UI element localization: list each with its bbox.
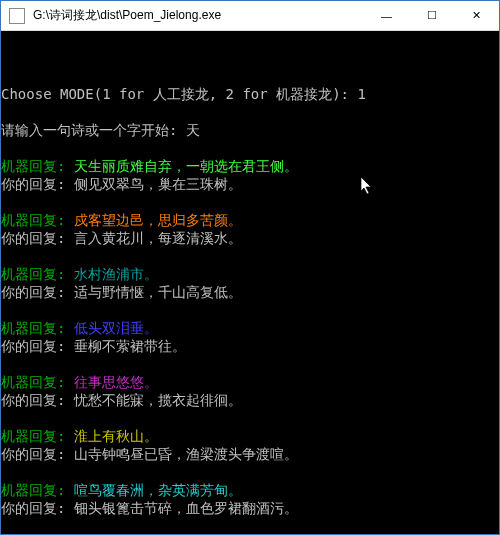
input-prompt: 请输入一句诗或一个字开始: 天 — [1, 121, 499, 139]
console-output[interactable]: Choose MODE(1 for 人工接龙, 2 for 机器接龙): 1 请… — [1, 31, 499, 534]
bot-reply: 机器回复: 往事思悠悠。 — [1, 373, 499, 391]
user-reply: 你的回复: 言入黄花川，每逐清溪水。 — [1, 229, 499, 247]
user-reply: 你的回复: 钿头银篦击节碎，血色罗裙翻酒污。 — [1, 499, 499, 517]
console-line — [1, 463, 499, 481]
mode-prompt: Choose MODE(1 for 人工接龙, 2 for 机器接龙): 1 — [1, 85, 499, 103]
console-line — [1, 355, 499, 373]
window-controls: — ☐ ✕ — [364, 1, 499, 30]
console-line — [1, 139, 499, 157]
minimize-button[interactable]: — — [364, 1, 409, 30]
window-title: G:\诗词接龙\dist\Poem_Jielong.exe — [33, 7, 364, 24]
bot-reply: 机器回复: 天生丽质难自弃，一朝选在君王侧。 — [1, 157, 499, 175]
bot-reply: 机器回复: 淮上有秋山。 — [1, 427, 499, 445]
user-reply: 你的回复: 适与野情惬，千山高复低。 — [1, 283, 499, 301]
console-line — [1, 301, 499, 319]
console-line — [1, 409, 499, 427]
console-line — [1, 247, 499, 265]
app-window: G:\诗词接龙\dist\Poem_Jielong.exe — ☐ ✕ Choo… — [0, 0, 500, 535]
bot-reply: 机器回复: 水村渔浦市。 — [1, 265, 499, 283]
bot-reply: 机器回复: 戍客望边邑，思归多苦颜。 — [1, 211, 499, 229]
titlebar[interactable]: G:\诗词接龙\dist\Poem_Jielong.exe — ☐ ✕ — [1, 1, 499, 31]
bot-reply: 机器回复: 低头双泪垂。 — [1, 319, 499, 337]
bot-reply: 机器回复: 喧鸟覆春洲，杂英满芳甸。 — [1, 481, 499, 499]
console-line — [1, 517, 499, 534]
user-reply: 你的回复: 侧见双翠鸟，巢在三珠树。 — [1, 175, 499, 193]
console-line — [1, 103, 499, 121]
console-line — [1, 193, 499, 211]
user-reply: 你的回复: 山寺钟鸣昼已昏，渔梁渡头争渡喧。 — [1, 445, 499, 463]
close-button[interactable]: ✕ — [454, 1, 499, 30]
app-icon — [9, 8, 25, 24]
user-reply: 你的回复: 垂柳不萦裙带往。 — [1, 337, 499, 355]
maximize-button[interactable]: ☐ — [409, 1, 454, 30]
user-reply: 你的回复: 忧愁不能寐，揽衣起徘徊。 — [1, 391, 499, 409]
